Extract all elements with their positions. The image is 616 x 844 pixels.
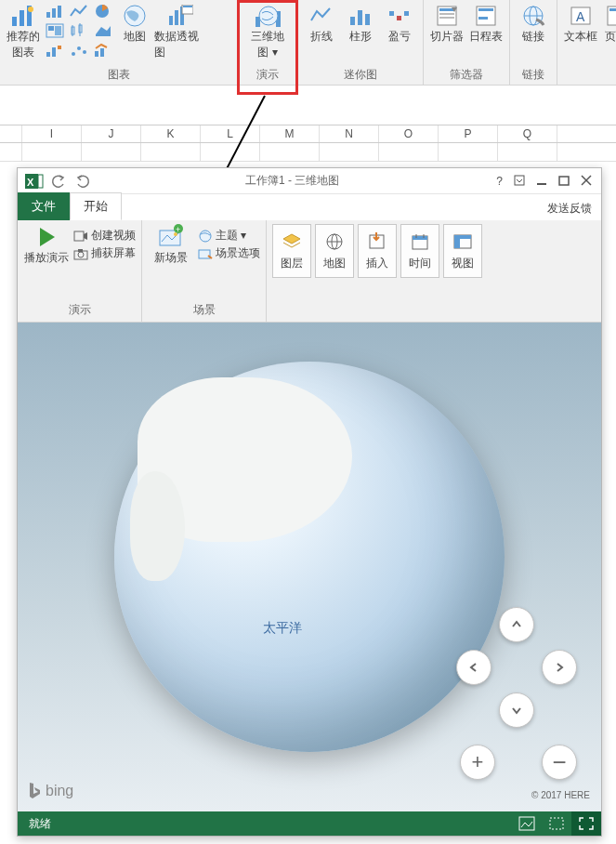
excel-logo-icon: X bbox=[23, 171, 44, 191]
sparkline-column-label: 柱形 bbox=[349, 29, 372, 45]
close-icon[interactable] bbox=[581, 175, 592, 188]
svg-rect-22 bbox=[100, 48, 104, 57]
slicer-button[interactable]: 切片器 bbox=[427, 2, 466, 45]
line-chart-icon[interactable] bbox=[69, 3, 89, 20]
tile-map-button[interactable]: 地图 bbox=[315, 224, 354, 278]
sparkline-column-button[interactable]: 柱形 bbox=[341, 2, 380, 45]
tile-view-label: 视图 bbox=[452, 256, 474, 271]
col-M[interactable]: M bbox=[260, 125, 320, 142]
col-O[interactable]: O bbox=[379, 125, 439, 142]
svg-rect-43 bbox=[478, 8, 493, 11]
ribbon-group-sparklines-label: 迷你图 bbox=[298, 65, 423, 86]
link-button[interactable]: 链接 bbox=[514, 2, 553, 45]
theme-icon bbox=[198, 230, 213, 243]
tile-time-button[interactable]: 时间 bbox=[400, 224, 439, 278]
sparkline-winloss-button[interactable]: 盈亏 bbox=[380, 2, 419, 45]
svg-rect-51 bbox=[609, 8, 616, 11]
tile-layer-button[interactable]: 图层 bbox=[272, 224, 311, 278]
new-scene-button[interactable]: + 新场景 bbox=[148, 224, 194, 266]
tile-insert-button[interactable]: 插入 bbox=[358, 224, 397, 278]
svg-rect-1 bbox=[20, 10, 24, 26]
sparkline-winloss-icon bbox=[387, 4, 413, 28]
svg-rect-82 bbox=[454, 235, 471, 239]
pivot-chart-button[interactable]: 数据透视图 bbox=[154, 2, 206, 60]
header-button[interactable]: 页眉 bbox=[600, 2, 616, 45]
status-select-icon[interactable] bbox=[542, 811, 571, 836]
pan-right-button[interactable] bbox=[542, 650, 577, 685]
hierarchy-chart-icon[interactable] bbox=[45, 22, 65, 39]
undo-icon[interactable] bbox=[51, 174, 66, 189]
zoom-out-button[interactable]: − bbox=[542, 745, 577, 780]
excel-ribbon: 推荐的 图表 地图 数据透视图 bbox=[0, 0, 616, 86]
bar-chart-icon[interactable] bbox=[45, 3, 65, 20]
status-ready: 就绪 bbox=[18, 816, 512, 832]
minimize-icon[interactable] bbox=[536, 175, 547, 188]
ocean-label: 太平洋 bbox=[263, 620, 302, 637]
globe[interactable]: 太平洋 bbox=[114, 362, 505, 752]
theme-label: 主题 ▾ bbox=[216, 228, 246, 244]
timeline-button[interactable]: 日程表 bbox=[466, 2, 505, 45]
help-icon[interactable]: ? bbox=[496, 175, 503, 188]
new-scene-icon: + bbox=[157, 224, 185, 250]
map-group-demo: 播放演示 创建视频 捕获屏幕 演示 bbox=[18, 220, 142, 322]
redo-icon[interactable] bbox=[75, 174, 90, 189]
svg-rect-35 bbox=[389, 11, 394, 16]
svg-point-17 bbox=[72, 52, 75, 56]
ribbon-group-demo-label: 演示 bbox=[238, 65, 297, 86]
ribbon-group-links: 链接 链接 bbox=[510, 0, 557, 86]
pie-chart-icon[interactable] bbox=[93, 3, 113, 20]
header-label: 页眉 bbox=[605, 29, 616, 45]
view-icon bbox=[452, 231, 473, 252]
pan-up-button[interactable] bbox=[499, 607, 534, 642]
globe-icon bbox=[324, 231, 345, 252]
col-J[interactable]: J bbox=[82, 125, 141, 142]
textbox-button[interactable]: A 文本框 bbox=[561, 2, 600, 45]
status-fullscreen-icon[interactable] bbox=[571, 811, 601, 836]
svg-rect-8 bbox=[48, 26, 54, 31]
zoom-in-button[interactable]: + bbox=[460, 745, 495, 780]
svg-rect-70 bbox=[199, 250, 210, 258]
map-canvas[interactable]: 太平洋 bing © 2017 HERE + − bbox=[18, 323, 601, 811]
svg-point-69 bbox=[200, 231, 211, 242]
send-feedback-link[interactable]: 发送反馈 bbox=[547, 201, 601, 220]
col-N[interactable]: N bbox=[320, 125, 379, 142]
map-chart-button[interactable]: 地图 bbox=[115, 2, 154, 45]
col-Q[interactable]: Q bbox=[498, 125, 557, 142]
sparkline-line-icon bbox=[308, 4, 334, 28]
ribbon-options-icon[interactable] bbox=[514, 175, 525, 188]
recommended-charts-button[interactable]: 推荐的 图表 bbox=[4, 2, 43, 60]
create-video-button[interactable]: 创建视频 bbox=[73, 228, 136, 244]
svg-rect-9 bbox=[55, 26, 61, 35]
col-L[interactable]: L bbox=[201, 125, 260, 142]
svg-rect-37 bbox=[404, 11, 409, 16]
pan-left-button[interactable] bbox=[456, 650, 491, 685]
col-K[interactable]: K bbox=[141, 125, 201, 142]
svg-point-18 bbox=[77, 46, 81, 50]
tab-start[interactable]: 开始 bbox=[70, 192, 122, 220]
scene-options-button[interactable]: 场景选项 bbox=[198, 245, 260, 261]
play-demo-button[interactable]: 播放演示 bbox=[23, 224, 70, 266]
capture-screen-button[interactable]: 捕获屏幕 bbox=[73, 245, 136, 261]
col-P[interactable]: P bbox=[439, 125, 498, 142]
svg-rect-84 bbox=[550, 818, 563, 829]
sparkline-line-button[interactable]: 折线 bbox=[302, 2, 341, 45]
bing-logo: bing bbox=[27, 782, 73, 800]
bing-text: bing bbox=[46, 783, 73, 799]
maximize-icon[interactable] bbox=[558, 175, 570, 188]
col-I[interactable]: I bbox=[22, 125, 82, 142]
waterfall-chart-icon[interactable] bbox=[45, 42, 65, 59]
stats-chart-icon[interactable] bbox=[69, 22, 89, 39]
combo-chart-icon[interactable] bbox=[93, 42, 113, 59]
3d-map-button[interactable]: 三维地 图 ▾ bbox=[242, 2, 294, 60]
scatter-chart-icon[interactable] bbox=[69, 42, 89, 59]
pan-down-button[interactable] bbox=[499, 692, 534, 728]
tab-file[interactable]: 文件 bbox=[18, 192, 70, 220]
header-icon bbox=[603, 4, 616, 28]
svg-rect-55 bbox=[38, 175, 43, 188]
svg-rect-0 bbox=[12, 17, 17, 26]
theme-button[interactable]: 主题 ▾ bbox=[198, 228, 260, 244]
surface-chart-icon[interactable] bbox=[93, 22, 113, 39]
svg-rect-64 bbox=[78, 249, 83, 252]
status-picture-icon[interactable] bbox=[512, 811, 542, 836]
tile-view-button[interactable]: 视图 bbox=[443, 224, 482, 278]
